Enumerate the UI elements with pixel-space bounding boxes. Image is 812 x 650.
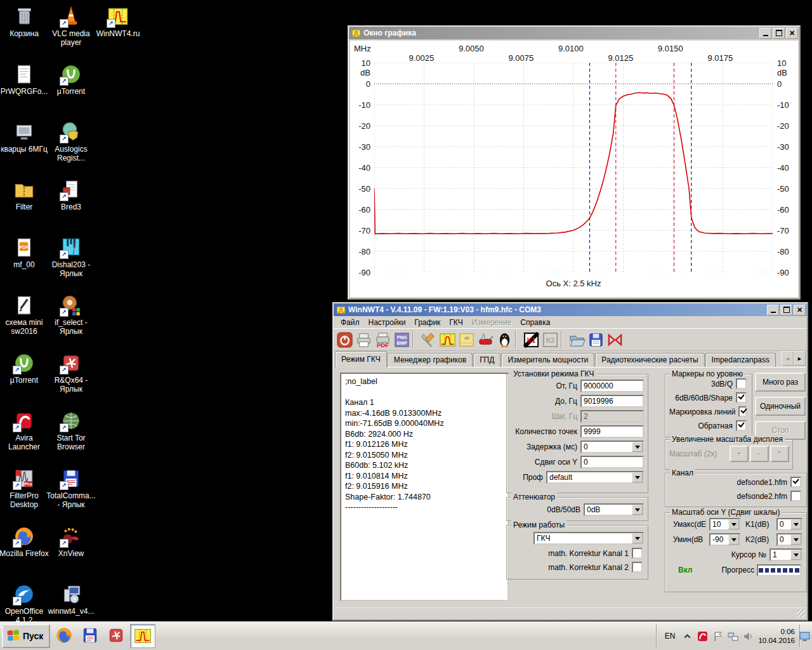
chevron-down-icon[interactable] — [728, 534, 739, 545]
zoom-button--[interactable]: - — [750, 446, 769, 462]
desktop-icon-totalcmd[interactable]: ↗TotalComma... - Ярлык — [46, 467, 96, 509]
toolbar-button-k1[interactable]: K1 — [521, 330, 540, 349]
yscale-combo[interactable]: 10 — [709, 518, 740, 531]
input-До, Гц[interactable]: 9019996 — [580, 395, 644, 408]
yscale-combo[interactable]: 0 — [776, 518, 802, 531]
toolbar-button-knife[interactable] — [476, 330, 495, 349]
tab-1[interactable]: Режим ГКЧ — [335, 351, 387, 368]
zoom-button-+[interactable]: + — [730, 446, 749, 462]
show-desktop-button[interactable] — [799, 625, 808, 647]
input-Количество точек[interactable]: 9999 — [580, 425, 644, 438]
chevron-down-icon[interactable] — [632, 505, 643, 515]
toolbar-button-xconn[interactable] — [605, 330, 624, 349]
tab-5[interactable]: Радиотехнические расчеты — [595, 353, 704, 367]
measurement-info-panel[interactable]: ;no_label Канал 1 max:-4.16dB 9.013300MH… — [340, 373, 509, 601]
desktop-icon-auslogics[interactable]: ↗Auslogics Regist... — [46, 121, 96, 162]
chevron-down-icon[interactable] — [728, 519, 739, 529]
input-Сдвиг оси Y[interactable]: 0 — [580, 456, 644, 468]
chevron-down-icon[interactable] — [632, 472, 643, 482]
desktop-icon-filterpro[interactable]: Pro↗FilterPro Desktop — [0, 467, 49, 509]
clock[interactable]: 0:06 10.04.2016 — [758, 627, 795, 645]
resize-grip[interactable] — [797, 609, 805, 618]
maximize-button[interactable] — [773, 28, 785, 39]
combo-Проф[interactable]: default — [546, 471, 644, 484]
toolbar-button-graphwin[interactable] — [438, 330, 457, 349]
menu-item-измерение[interactable]: Измерение — [468, 317, 516, 328]
combo-Задержка (мс)[interactable]: 0 — [580, 441, 644, 453]
tab-4[interactable]: Измеритель мощности — [501, 353, 594, 367]
menu-item-справка[interactable]: Справка — [516, 317, 554, 328]
close-button[interactable]: ✕ — [794, 305, 806, 315]
desktop-icon-nwt[interactable]: ↗WinNWT4.ru — [93, 5, 143, 38]
quicklaunch-firefox[interactable] — [52, 624, 76, 647]
menu-item-график[interactable]: График — [410, 317, 445, 328]
desktop-icon-vlc[interactable]: ↗VLC media player — [46, 5, 96, 47]
yscale-combo[interactable]: -90 — [709, 533, 740, 546]
desktop-icon-tor[interactable]: ↗Start Tor Browser — [46, 409, 96, 451]
desktop-icon-folder[interactable]: Filter — [0, 178, 49, 211]
chevron-down-icon[interactable] — [632, 533, 643, 543]
desktop-icon-ifselect[interactable]: ↗if_select - Ярлык — [46, 294, 96, 336]
marker-option-checkbox[interactable] — [738, 406, 747, 417]
yscale-combo[interactable]: 0 — [776, 533, 802, 546]
desktop-icon-xnview[interactable]: ↗XnView — [46, 525, 96, 558]
speaker-icon[interactable] — [743, 631, 754, 642]
maximize-button[interactable] — [780, 305, 792, 315]
menu-item-файл[interactable]: Файл — [336, 317, 364, 328]
attenuator-combo[interactable]: 0dB — [584, 503, 644, 516]
cursor-number-combo[interactable]: 1 — [769, 548, 802, 561]
toolbar-button-dbnote[interactable]: db — [457, 330, 476, 349]
chevron-down-icon[interactable] — [790, 534, 801, 545]
math-korrektur-checkbox[interactable] — [632, 562, 643, 573]
quicklaunch-nwt[interactable] — [130, 624, 155, 648]
minimize-button[interactable] — [767, 305, 779, 315]
marker-option-checkbox[interactable] — [736, 378, 747, 389]
math-korrektur-checkbox[interactable] — [632, 548, 643, 559]
chevron-down-icon[interactable] — [632, 442, 643, 452]
toolbar-button-tools[interactable] — [419, 330, 438, 349]
tab-scroll-right-icon[interactable]: ► — [794, 351, 806, 366]
desktop-icon-trash[interactable]: Корзина — [0, 5, 49, 38]
tab-2[interactable]: Менеджер графиков — [388, 353, 473, 367]
tab-6[interactable]: Impedanzanpass — [705, 353, 776, 367]
run-button-Много раз[interactable]: Много раз — [755, 373, 806, 392]
toolbar-button-power[interactable] — [335, 330, 354, 349]
marker-option-checkbox[interactable] — [736, 392, 747, 403]
graph-window-titlebar[interactable]: Окно графика ✕ — [349, 27, 799, 39]
channel-probe-checkbox[interactable] — [790, 491, 801, 501]
run-button-Одиночный[interactable]: Одиночный — [755, 397, 806, 416]
desktop-icon-doc[interactable]: PrWQRGFo... — [0, 63, 49, 96]
desktop-icon-firefox[interactable]: ↗Mozilla Firefox — [0, 525, 49, 558]
minimize-button[interactable] — [759, 28, 771, 39]
channel-probe-checkbox[interactable] — [790, 477, 801, 488]
quicklaunch-totalcmd[interactable] — [78, 624, 102, 647]
toolbar-button-k2[interactable]: K2 — [540, 330, 560, 349]
toolbar-button-save[interactable] — [586, 330, 605, 349]
tab-3[interactable]: ГПД — [473, 353, 501, 367]
menu-item-настройки[interactable]: Настройки — [364, 317, 410, 328]
desktop-icon-avira[interactable]: ↗Avira Launcher — [0, 409, 49, 451]
desktop-icon-dishal[interactable]: ↗Dishal203 - Ярлык — [46, 236, 96, 278]
toolbar-button-pngbmp[interactable]: PNGBMP — [392, 330, 411, 349]
zoom-button-^[interactable]: ^ — [770, 446, 789, 462]
toolbar-button-folderopen[interactable] — [567, 330, 586, 349]
input-От, Гц[interactable]: 9000000 — [580, 380, 644, 392]
chevron-down-icon[interactable] — [790, 550, 801, 560]
quicklaunch-rq[interactable] — [104, 624, 128, 647]
marker-option-checkbox[interactable] — [736, 420, 747, 431]
desktop-icon-utorrent[interactable]: ↗µTorrent — [46, 63, 96, 96]
language-indicator[interactable]: EN — [662, 630, 678, 642]
chevron-down-icon[interactable] — [790, 519, 801, 529]
desktop-icon-pdf[interactable]: PDFmf_00 — [0, 236, 49, 269]
network-icon[interactable] — [728, 631, 738, 642]
menu-item-гкч[interactable]: ГКЧ — [445, 317, 468, 328]
desktop-icon-monitor[interactable]: кварцы 6МГц — [0, 121, 49, 154]
desktop-icon-setup[interactable]: winnwt4_v4... — [46, 583, 96, 616]
desktop-icon-utorrent[interactable]: ↗µTorrent — [0, 352, 49, 385]
main-window-titlebar[interactable]: WinNWT4 - V.4.11.09 - FW:1.19:V03 - hfm9… — [334, 303, 807, 316]
desktop-icon-bred[interactable]: ↗Bred3 — [46, 178, 96, 211]
tray-expand-icon[interactable] — [682, 631, 693, 642]
avira-tray-icon[interactable] — [697, 631, 708, 642]
toolbar-button-pdfprint[interactable]: PDF — [373, 330, 392, 349]
close-button[interactable]: ✕ — [786, 28, 798, 39]
